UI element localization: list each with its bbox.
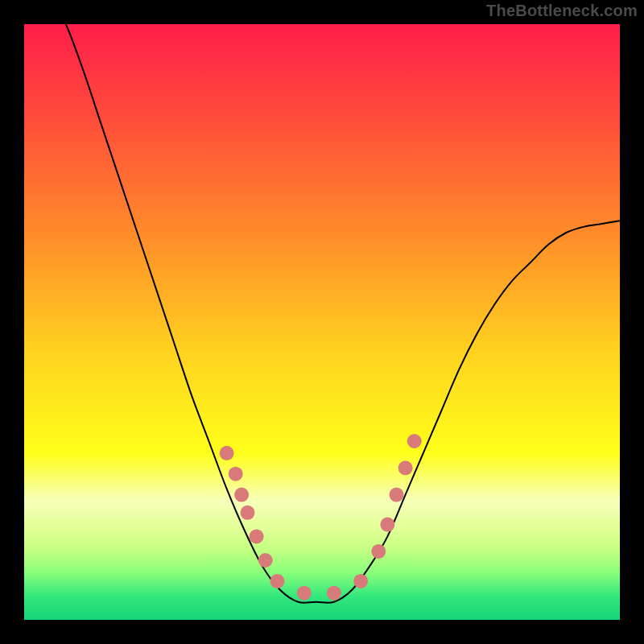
background-gradient — [24, 24, 620, 620]
chart-frame: TheBottleneck.com — [0, 0, 644, 644]
plot-area — [24, 24, 620, 620]
watermark: TheBottleneck.com — [486, 2, 638, 20]
svg-rect-0 — [24, 24, 620, 620]
